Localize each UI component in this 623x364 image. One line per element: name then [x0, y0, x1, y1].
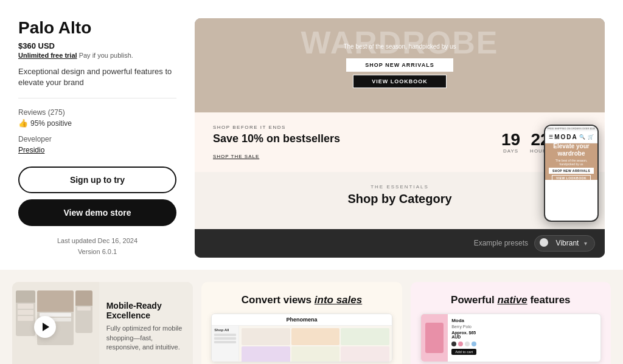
version: Version 6.0.1 [18, 247, 176, 258]
preset-circle-icon [540, 238, 551, 249]
free-trial-link[interactable]: Unlimited free trial [18, 52, 77, 59]
free-trial-suffix: Pay if you publish. [79, 52, 133, 59]
reviews-section: Reviews (275) 👍 95% positive [18, 108, 176, 128]
bottom-cards-section: Mobile-Ready Excellence Fully optimized … [0, 270, 623, 364]
native-mockup-inner: Moda Berry Polo Approx. $65 AUD Add to c… [421, 314, 481, 362]
card2-title-underline: into sales [315, 294, 362, 306]
reviews-label: Reviews (275) [18, 108, 176, 117]
native-product-name: Moda [451, 318, 477, 323]
sale-before-text: SHOP BEFORE IT ENDS [213, 125, 489, 130]
native-product-image [421, 314, 448, 362]
card2-shop-all: Shop All [214, 328, 236, 332]
preset-value: Vibrant [556, 239, 579, 247]
swatch-blue [472, 342, 476, 346]
sale-headline: Save 10% on bestsellers [213, 132, 489, 145]
last-updated: Last updated Dec 16, 2024 [18, 236, 176, 247]
card3-mockup: Moda Berry Polo Approx. $65 AUD Add to c… [420, 314, 601, 362]
card2-products-grid [239, 326, 391, 361]
developer-label: Developer [18, 135, 176, 143]
hero-subtitle: The best of the season, handpicked by us [343, 43, 456, 50]
swatch-pink [458, 342, 463, 346]
native-product-price: Approx. $65 AUD [451, 331, 477, 339]
essentials-label: THE ESSENTIALS [213, 184, 586, 190]
left-panel: Palo Alto $360 USD Unlimited free trial … [18, 18, 183, 258]
product-silhouette [425, 323, 444, 353]
preview-panel: WARDROBE The best of the season, handpic… [195, 18, 605, 258]
countdown-days: 19 DAYS [501, 131, 520, 154]
product-description: Exceptional design and powerful features… [18, 66, 176, 98]
product-title: Palo Alto [18, 18, 176, 38]
shop-arrivals-button[interactable]: SHOP NEW ARRIVALS [346, 58, 453, 72]
card2-brand: Phenomena [212, 314, 391, 326]
presets-label: Example presets [474, 239, 528, 247]
mobile-hero-image: Elevate your wardrobe The best of the se… [545, 143, 597, 180]
mobile-hero-title: Elevate your wardrobe [548, 143, 595, 157]
color-swatches [451, 342, 477, 346]
thumbs-up-icon: 👍 [18, 118, 28, 128]
convert-views-card: Convert views into sales Phenomena Shop … [201, 282, 402, 364]
native-features-card: Powerful native features Moda Berry Polo… [411, 282, 611, 364]
hero-area: WARDROBE The best of the season, handpic… [195, 18, 605, 112]
filter-item [214, 341, 236, 343]
mobile-free-shipping: FREE SHIPPING ON ORDERS OVER $100 [545, 126, 597, 131]
mobile-hero-sub: The best of the season,handpicked by us [555, 159, 587, 166]
card2-sidebar: Shop All [212, 326, 239, 361]
product-thumb [291, 328, 339, 345]
mobile-menu-icon: ☰ [549, 134, 553, 140]
mobile-arrivals-btn[interactable]: SHOP NEW ARRIVALS [549, 168, 594, 174]
card1-text: Mobile-Ready Excellence Fully optimized … [99, 282, 193, 364]
filter-item [214, 337, 236, 340]
mobile-ready-card: Mobile-Ready Excellence Fully optimized … [12, 282, 193, 364]
days-label: DAYS [501, 148, 520, 154]
mobile-mockup: FREE SHIPPING ON ORDERS OVER $100 ☰ MODA… [544, 125, 599, 222]
card2-title: Convert views into sales [242, 294, 362, 306]
signup-button[interactable]: Sign up to try [18, 167, 176, 193]
card3-title: Powerful native features [451, 294, 571, 306]
demo-store-button[interactable]: View demo store [18, 199, 176, 226]
card1-description: Fully optimized for mobile shopping—fast… [106, 324, 186, 352]
mobile-brand: MODA [554, 134, 578, 140]
card2-title-plain: Convert views [242, 294, 315, 306]
sale-left: SHOP BEFORE IT ENDS Save 10% on bestsell… [213, 125, 489, 160]
filter-item [214, 334, 236, 336]
developer-link[interactable]: Presidio [18, 146, 44, 154]
free-trial-line: Unlimited free trial Pay if you publish. [18, 52, 176, 59]
card3-title-italic: native [498, 294, 527, 306]
card3-title-suffix: features [527, 294, 571, 306]
card2-mockup: Phenomena Shop All [211, 314, 392, 362]
thumb-3 [75, 290, 92, 333]
sale-shop-link[interactable]: SHOP THE SALE [213, 154, 259, 159]
swatch-white [465, 342, 470, 346]
product-thumb [341, 328, 389, 345]
product-thumb [341, 346, 389, 362]
sale-banner: SHOP BEFORE IT ENDS Save 10% on bestsell… [195, 112, 605, 172]
product-thumb [242, 328, 290, 345]
thumb-1 [16, 290, 35, 336]
chevron-down-icon: ▾ [584, 240, 587, 247]
reviews-positive-text: 95% positive [30, 119, 72, 128]
card1-title: Mobile-Ready Excellence [106, 301, 186, 320]
mobile-nav: ☰ MODA 🔍 🛒 [545, 131, 597, 143]
category-headline: Shop by Category [213, 192, 586, 206]
card3-title-plain: Powerful [451, 294, 498, 306]
sale-section: SHOP BEFORE IT ENDS Save 10% on bestsell… [195, 112, 605, 172]
preset-dropdown[interactable]: Vibrant ▾ [534, 235, 595, 252]
product-price: $360 USD [18, 41, 176, 50]
preview-bottom-bar: Example presets Vibrant ▾ [195, 229, 605, 258]
product-thumb [291, 346, 339, 362]
mobile-cart-icon: 🛒 [588, 134, 594, 140]
mobile-inner: FREE SHIPPING ON ORDERS OVER $100 ☰ MODA… [545, 126, 597, 221]
days-number: 19 [501, 131, 520, 148]
mobile-lookbook-btn[interactable]: VIEW LOOKBOOK [552, 175, 591, 181]
swatch-black [451, 342, 456, 346]
play-button[interactable] [34, 316, 56, 338]
native-product-sub: Berry Polo [451, 325, 477, 329]
category-section: THE ESSENTIALS Shop by Category [195, 172, 605, 212]
add-to-cart-btn[interactable]: Add to cart [451, 349, 476, 355]
play-icon [43, 323, 49, 331]
developer-section: Developer Presidio [18, 135, 176, 154]
reviews-positive: 👍 95% positive [18, 118, 176, 128]
view-lookbook-button[interactable]: VIEW LOOKBOOK [353, 75, 447, 88]
native-product-details: Moda Berry Polo Approx. $65 AUD Add to c… [448, 314, 481, 362]
mobile-search-icon: 🔍 [579, 134, 585, 140]
